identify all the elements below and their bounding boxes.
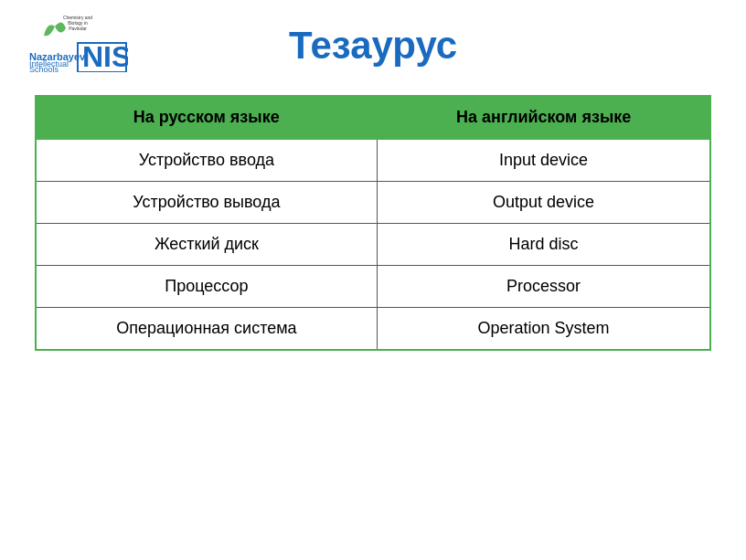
english-cell: Hard disc (377, 224, 710, 266)
page-title: Тезаурус (289, 24, 457, 68)
col1-header: На русском языке (36, 96, 377, 139)
english-cell: Processor (377, 266, 710, 308)
table-body: Устройство вводаInput deviceУстройство в… (36, 139, 710, 350)
logo-area: Chemistry and Biology in Pavlodar Nazarb… (27, 9, 128, 73)
svg-text:Schools: Schools (29, 65, 59, 72)
russian-cell: Жесткий диск (36, 224, 377, 266)
table-row: Операционная системаOperation System (36, 308, 710, 351)
table-row: Устройство выводаOutput device (36, 182, 710, 224)
english-cell: Input device (377, 139, 710, 182)
logo-box: Chemistry and Biology in Pavlodar Nazarb… (27, 9, 128, 73)
russian-cell: Устройство вывода (36, 182, 377, 224)
table-header-row: На русском языке На английском языке (36, 96, 710, 139)
col2-header: На английском языке (377, 96, 710, 139)
svg-text:Pavlodar: Pavlodar (69, 26, 87, 31)
vocabulary-table: На русском языке На английском языке Уст… (35, 95, 711, 351)
table-row: Устройство вводаInput device (36, 139, 710, 182)
english-cell: Operation System (377, 308, 710, 351)
page: Chemistry and Biology in Pavlodar Nazarb… (0, 0, 746, 560)
header: Chemistry and Biology in Pavlodar Nazarb… (0, 0, 746, 77)
nis-logo-icon: Chemistry and Biology in Pavlodar Nazarb… (27, 10, 128, 72)
table-container: На русском языке На английском языке Уст… (35, 95, 711, 351)
svg-text:NIS: NIS (82, 40, 128, 72)
russian-cell: Устройство ввода (36, 139, 377, 182)
russian-cell: Процессор (36, 266, 377, 308)
english-cell: Output device (377, 182, 710, 224)
russian-cell: Операционная система (36, 308, 377, 351)
table-row: Жесткий дискHard disc (36, 224, 710, 266)
table-row: ПроцессорProcessor (36, 266, 710, 308)
